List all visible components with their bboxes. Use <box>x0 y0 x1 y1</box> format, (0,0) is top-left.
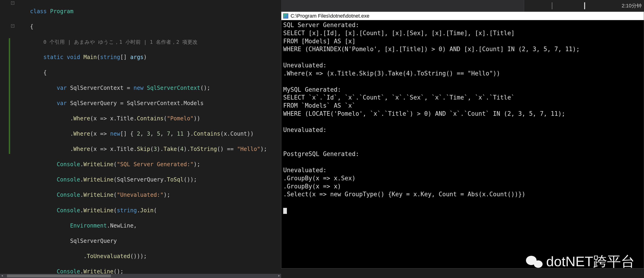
scroll-right-icon[interactable]: ► <box>277 274 281 278</box>
timeline-label: 2:10分钟 <box>622 2 642 9</box>
timeline-bar[interactable]: 2:10分钟 <box>524 0 644 12</box>
code-editor[interactable]: − − class Program { 0 个引用 | あまみや ゆうこ，1 小… <box>0 0 277 273</box>
timeline-tick <box>552 2 552 9</box>
console-window[interactable]: C:\Program Files\dotnet\dotnet.exe SQL S… <box>281 12 644 268</box>
console-titlebar[interactable]: C:\Program Files\dotnet\dotnet.exe <box>281 12 644 20</box>
editor-topbar: 2:10分钟 <box>281 0 644 12</box>
change-indicator <box>9 38 10 154</box>
wechat-icon <box>526 255 542 269</box>
horizontal-scrollbar[interactable]: ◄ ► <box>0 274 281 278</box>
timeline-marker[interactable] <box>584 2 585 9</box>
console-app-icon <box>283 14 288 19</box>
codelens-text[interactable]: 0 个引用 | あまみや ゆうこ，1 小时前 | 1 名作者，2 项更改 <box>44 39 198 45</box>
console-output[interactable]: SQL Server Generated: SELECT [x].[Id], [… <box>281 20 644 268</box>
watermark: dotNET跨平台 <box>526 252 635 271</box>
code-content[interactable]: class Program { 0 个引用 | あまみや ゆうこ，1 小时前 |… <box>16 0 277 278</box>
scroll-left-icon[interactable]: ◄ <box>0 274 4 278</box>
fold-toggle-icon[interactable]: − <box>11 24 14 28</box>
fold-toggle-icon[interactable]: − <box>11 2 14 5</box>
console-title: C:\Program Files\dotnet\dotnet.exe <box>290 13 369 19</box>
editor-gutter: − − <box>0 0 16 273</box>
scrollbar-thumb[interactable] <box>7 274 111 277</box>
watermark-text: dotNET跨平台 <box>546 252 635 271</box>
